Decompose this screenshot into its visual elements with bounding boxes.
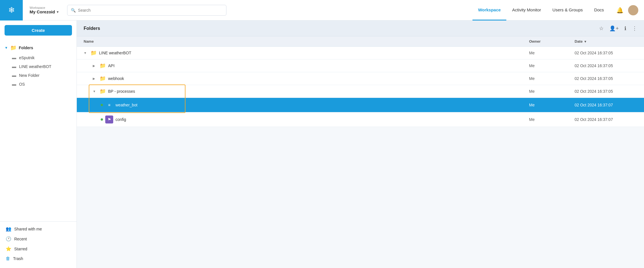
chevron-down-icon: ▼ [56,10,59,14]
owner-text: Me [529,103,575,107]
app-header: ❄ Workspace My Corezoid ▼ 🔍 Workspace Ac… [0,0,644,20]
file-icon-wrapper: ⚑ [105,116,113,123]
table-row[interactable]: ⚑ config Me 02 Oct 2024 16:37:07 [77,112,644,127]
col-header-owner: Owner [529,39,575,44]
info-icon[interactable]: ℹ [624,25,626,32]
sidebar-item-label: eSputnik [19,55,34,60]
sidebar-item-label: Trash [13,256,23,261]
table-row[interactable]: ▶ 📁 webhook Me 02 Oct 2024 16:37:05 [77,72,644,85]
table-body: ▼ 📁 LINE weatherBOT Me 02 Oct 2024 16:37… [77,47,644,127]
folder-icon: ▬ [12,55,16,60]
row-left: ▶ 📁 webhook [93,75,529,82]
sidebar-folders-header[interactable]: ▼ 📁 Folders [0,42,77,53]
date-text: 02 Oct 2024 16:37:05 [575,76,637,81]
row-left: ▶ 📁 API [93,63,529,69]
tab-activity-monitor[interactable]: Activity Monitor [506,0,547,20]
row-name: API [108,63,115,68]
logo[interactable]: ❄ [0,0,23,20]
sidebar-item-shared[interactable]: 👥 Shared with me [0,224,77,234]
bell-icon[interactable]: 🔔 [616,7,624,14]
expand-icon[interactable]: ▶ [93,64,97,68]
workspace-label: Workspace [30,6,59,9]
tab-users-groups[interactable]: Users & Groups [547,0,589,20]
status-dot [101,118,103,121]
sidebar-item-starred[interactable]: ⭐ Starred [0,244,77,254]
file-icon: ≡ [108,103,110,107]
sidebar-divider [0,90,77,96]
folder-icon: ▬ [12,82,16,86]
search-icon: 🔍 [71,8,76,13]
owner-text: Me [529,63,575,68]
expand-icon[interactable]: ▼ [84,51,88,55]
main-content: Folders ☆ 👤+ ℹ ⋮ Name Owner Date ▼ ▼ 📁 [77,20,644,268]
tab-workspace[interactable]: Workspace [472,0,507,20]
expand-icon[interactable]: ▼ [93,90,97,93]
col-header-date[interactable]: Date ▼ [575,39,637,44]
row-left: ▼ 📁 LINE weatherBOT [84,50,529,56]
sidebar-item-label: OS [19,82,25,86]
owner-text: Me [529,51,575,55]
sidebar-item-label: Recent [14,237,27,241]
tab-docs[interactable]: Docs [589,0,610,20]
sidebar-item-new-folder[interactable]: ▬ New Folder [0,71,77,80]
create-button[interactable]: Create [5,25,72,36]
search-bar: 🔍 [67,5,226,16]
sidebar: Create ▼ 📁 Folders ▬ eSputnik ▬ LINE wea… [0,20,77,268]
more-icon[interactable]: ⋮ [632,25,637,32]
folder-icon: 📁 [100,88,106,94]
row-left: ≡ weather_bot [101,101,529,109]
row-left: ⚑ config [101,116,529,123]
folder-icon: 📁 [100,63,106,69]
status-dot [101,104,103,106]
trash-icon: 🗑 [6,256,10,261]
table-row[interactable]: ▶ 📁 API Me 02 Oct 2024 16:37:05 [77,59,644,72]
table-row[interactable]: ▼ 📁 LINE weatherBOT Me 02 Oct 2024 16:37… [77,47,644,59]
date-text: 02 Oct 2024 16:37:05 [575,89,637,94]
date-text: 02 Oct 2024 16:37:07 [575,117,637,122]
sidebar-item-esputnik[interactable]: ▬ eSputnik [0,53,77,62]
sidebar-item-label: New Folder [19,73,40,78]
row-name: config [115,117,126,122]
shared-icon: 👥 [6,226,11,232]
row-name: BP - processes [108,89,135,94]
logo-icon: ❄ [8,5,15,15]
row-name: LINE weatherBOT [99,51,131,55]
workspace-name: My Corezoid ▼ [30,9,59,14]
folder-icon: ▬ [12,73,16,78]
sidebar-item-line-weatherbot[interactable]: ▬ LINE weatherBOT [0,62,77,71]
file-icon-wrapper: ≡ [105,101,113,109]
folders-label: Folders [19,46,33,50]
row-left: ▼ 📁 BP - processes [93,88,529,94]
folder-icon: 📁 [90,50,97,56]
sidebar-folders-section: ▼ 📁 Folders ▬ eSputnik ▬ LINE weatherBOT… [0,41,77,90]
search-input[interactable] [78,8,223,13]
table-row[interactable]: ▼ 📁 BP - processes Me 02 Oct 2024 16:37:… [77,85,644,98]
folder-icon: 📁 [100,75,106,82]
sidebar-item-label: Starred [14,247,27,251]
folder-icon: 📁 [10,45,16,51]
sidebar-bottom: 👥 Shared with me 🕐 Recent ⭐ Starred 🗑 Tr… [0,221,77,263]
app-layout: Create ▼ 📁 Folders ▬ eSputnik ▬ LINE wea… [0,20,644,268]
recent-icon: 🕐 [6,236,11,242]
sidebar-item-recent[interactable]: 🕐 Recent [0,234,77,244]
add-user-icon[interactable]: 👤+ [609,25,619,32]
file-icon: ⚑ [108,117,111,122]
content-title: Folders [84,26,100,31]
owner-text: Me [529,117,575,122]
star-action-icon[interactable]: ☆ [599,25,604,32]
sidebar-item-trash[interactable]: 🗑 Trash [0,254,77,263]
sort-arrow-icon: ▼ [584,40,587,43]
workspace-selector[interactable]: Workspace My Corezoid ▼ [30,6,59,14]
date-text: 02 Oct 2024 16:37:05 [575,51,637,55]
content-actions: ☆ 👤+ ℹ ⋮ [599,25,637,32]
sidebar-item-os[interactable]: ▬ OS [0,80,77,88]
content-header: Folders ☆ 👤+ ℹ ⋮ [77,20,644,36]
avatar[interactable] [628,5,638,15]
nav-tabs: Workspace Activity Monitor Users & Group… [472,0,610,20]
sidebar-item-label: Shared with me [14,227,42,231]
date-text: 02 Oct 2024 16:37:05 [575,63,637,68]
table-row[interactable]: ≡ weather_bot Me 02 Oct 2024 16:37:07 [77,98,644,112]
expand-icon[interactable]: ▶ [93,77,97,81]
owner-text: Me [529,89,575,94]
row-name: webhook [108,76,124,81]
